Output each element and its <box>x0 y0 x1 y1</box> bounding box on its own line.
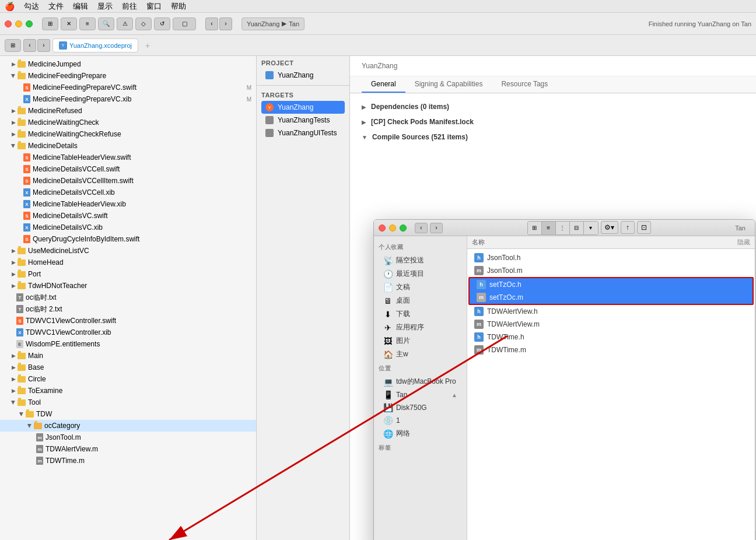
list-item[interactable]: E WisdomPE.entitlements <box>0 338 256 350</box>
minimize-button[interactable] <box>15 20 22 27</box>
active-tab[interactable]: Y YuanZhang.xcodeproj <box>52 38 138 52</box>
forward-btn[interactable]: › <box>219 17 232 30</box>
file-row-tdwtime-h[interactable]: h TDWTime.h <box>467 331 755 343</box>
target-yuanzhang-tests[interactable]: YuanZhangTests <box>261 114 345 127</box>
tree-item-homehead[interactable]: ▶ HomeHead <box>0 257 256 268</box>
menu-edit[interactable]: 编辑 <box>73 1 88 12</box>
file-row-tdwalertview-h[interactable]: h TDWAlertView.h <box>467 305 755 318</box>
search-btn[interactable]: 🔍 <box>98 17 114 30</box>
view-list[interactable]: ≡ <box>542 222 556 234</box>
tree-item-medicinejmped[interactable]: ▶ MedicineJumped <box>0 58 256 70</box>
sidebar-item-desktop[interactable]: 🖥 桌面 <box>379 294 462 307</box>
menu-go[interactable]: 前往 <box>122 1 137 12</box>
tree-item-circle[interactable]: ▶ Circle <box>0 373 256 385</box>
menu-file[interactable]: 文件 <box>48 1 64 12</box>
eject-icon[interactable]: ▲ <box>452 392 457 398</box>
tree-item-toexamine[interactable]: ▶ ToExamine <box>0 385 256 397</box>
tab-general[interactable]: General <box>362 76 405 93</box>
list-item[interactable]: X TDWVC1ViewController.xib <box>0 327 256 338</box>
expand-icon[interactable]: ▶ <box>362 119 366 125</box>
list-item[interactable]: X MedicineDetailsVCCell.xib <box>0 187 256 198</box>
tab-resource[interactable]: Resource Tags <box>492 76 557 93</box>
list-item[interactable]: T oc临时 2.txt <box>0 303 256 315</box>
sidebar-item-disk1[interactable]: 💿 1 <box>379 414 462 427</box>
hide-label[interactable]: 隐藏 <box>737 238 750 247</box>
finder-action[interactable]: ⊡ <box>637 221 651 234</box>
list-item[interactable]: S MedicineFeedingPrepareVC.swift M <box>0 82 256 93</box>
list-item[interactable]: X MedicineTableHeaderView.xib <box>0 198 256 210</box>
warn-btn[interactable]: ⚠ <box>117 17 133 30</box>
list-btn[interactable]: ≡ <box>79 17 96 30</box>
finder-maximize[interactable] <box>400 225 407 232</box>
sidebar-item-tan[interactable]: 📱 Tan ▲ <box>379 388 462 401</box>
target-yuanzhang[interactable]: Y YuanZhang <box>261 101 345 114</box>
tree-item-medicinewaitingcheck[interactable]: ▶ MedicineWaitingCheck <box>0 117 256 128</box>
tree-item-tool[interactable]: ▶ Tool <box>0 397 256 408</box>
sidebar-item-recents[interactable]: 🕐 最近项目 <box>379 267 462 280</box>
finder-share[interactable]: ↑ <box>621 221 635 234</box>
list-item[interactable]: S TDWVC1ViewController.swift <box>0 315 256 327</box>
sidebar-item-macbook[interactable]: 💻 tdw的MacBook Pro <box>379 375 462 388</box>
tree-item-medicinerefused[interactable]: ▶ MedicineRefused <box>0 105 256 117</box>
file-row-tdwalertview-m[interactable]: m TDWAlertView.m <box>467 318 755 331</box>
finder-minimize[interactable] <box>389 225 396 232</box>
tree-item-occategory[interactable]: ▶ ocCategory <box>0 420 256 432</box>
file-row-settzoc-h[interactable]: h setTzOc.h <box>470 278 752 291</box>
tab-back[interactable]: ‹ <box>23 39 36 52</box>
close-button[interactable] <box>5 20 12 27</box>
tab-forward[interactable]: › <box>37 39 50 52</box>
view-gallery[interactable]: ⊟ <box>570 222 584 234</box>
project-item-yuanzhang[interactable]: YuanZhang <box>261 69 345 82</box>
sidebar-item-pictures[interactable]: 🖼 图片 <box>379 334 462 348</box>
expand-icon[interactable]: ▶ <box>362 104 366 110</box>
tree-item-main[interactable]: ▶ Main <box>0 350 256 362</box>
sidebar-item-network[interactable]: 🌐 网络 <box>379 427 462 440</box>
finder-forward[interactable]: › <box>430 223 443 233</box>
menu-help[interactable]: 帮助 <box>171 1 186 12</box>
finder-back[interactable]: ‹ <box>415 223 428 233</box>
tree-item-usemedicinelistvc[interactable]: ▶ UseMedicineListVC <box>0 245 256 257</box>
list-item[interactable]: X MedicineFeedingPrepareVC.xib M <box>0 93 256 105</box>
tree-item-tdwhdnotteacher[interactable]: ▶ TdwHDNotTeacher <box>0 280 256 292</box>
sidebar-item-applications[interactable]: ✈ 应用程序 <box>379 321 462 334</box>
tab-signing[interactable]: Signing & Capabilities <box>405 76 492 93</box>
file-row-jsontool-m[interactable]: m JsonTool.m <box>467 264 755 277</box>
list-item[interactable]: S MedicineTableHeaderView.swift <box>0 152 256 163</box>
list-item[interactable]: m TDWTime.m <box>0 455 256 467</box>
list-item[interactable]: m TDWAlertView.m <box>0 443 256 455</box>
hide-btn[interactable]: ✕ <box>61 17 77 30</box>
list-item[interactable]: T oc临时.txt <box>0 292 256 303</box>
view-icon[interactable]: ⊞ <box>528 222 542 234</box>
maximize-button[interactable] <box>26 20 33 27</box>
sidebar-item-documents[interactable]: 📄 文稿 <box>379 280 462 294</box>
finder-gear[interactable]: ⚙▾ <box>601 221 618 234</box>
file-row-jsontool-h[interactable]: h JsonTool.h <box>467 251 755 264</box>
location-btn[interactable]: ▢ <box>173 17 196 30</box>
list-item[interactable]: m JsonTool.m <box>0 432 256 443</box>
file-row-settzoc-m[interactable]: m setTzOc.m <box>470 291 752 304</box>
tree-item-medicinefeedingprepare[interactable]: ▶ MedicineFeedingPrepare <box>0 70 256 82</box>
sidebar-item-home[interactable]: 🏠 主w <box>379 348 462 361</box>
back-btn[interactable]: ‹ <box>205 17 218 30</box>
list-item[interactable]: S QueryDrugCycleInfoByIdItem.swift <box>0 233 256 245</box>
tree-item-port[interactable]: ▶ Port <box>0 268 256 280</box>
list-item[interactable]: X MedicineDetailsVC.xib <box>0 222 256 233</box>
menu-window[interactable]: 窗口 <box>146 1 162 12</box>
scheme-btn[interactable]: ⊞ <box>5 39 21 52</box>
target-yuanzhang-uitests[interactable]: YuanZhangUITests <box>261 127 345 139</box>
file-row-tdwtime-m[interactable]: m TDWTime.m <box>467 343 755 356</box>
sidebar-item-downloads[interactable]: ⬇ 下载 <box>379 307 462 321</box>
repo-btn[interactable]: ↺ <box>154 17 170 30</box>
view-dropdown[interactable]: ▾ <box>584 222 598 234</box>
tree-item-tdw[interactable]: ▶ TDW <box>0 408 256 420</box>
view-columns[interactable]: ⋮ <box>556 222 570 234</box>
sidebar-item-disk750g[interactable]: 💾 Disk750G <box>379 401 462 414</box>
list-item[interactable]: S MedicineDetailsVC.swift <box>0 210 256 222</box>
tree-item-medicinewaitingcheckrefuse[interactable]: ▶ MedicineWaitingCheckRefuse <box>0 128 256 140</box>
sidebar-toggle[interactable]: ⊞ <box>42 17 58 30</box>
menu-gouda[interactable]: 勾达 <box>24 1 39 12</box>
add-tab[interactable]: + <box>145 41 150 50</box>
expand-icon[interactable]: ▼ <box>362 134 368 141</box>
tree-item-base[interactable]: ▶ Base <box>0 362 256 373</box>
tree-item-medicinedetails[interactable]: ▶ MedicineDetails <box>0 140 256 152</box>
